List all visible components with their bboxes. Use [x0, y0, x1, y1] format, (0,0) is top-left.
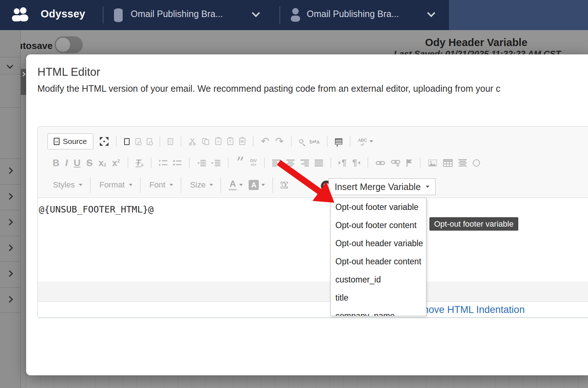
nav-divider	[279, 7, 280, 24]
font-dropdown[interactable]: Font	[148, 180, 173, 190]
chevron-right-icon	[6, 270, 13, 277]
spellcheck-icon[interactable]: ABC	[358, 138, 373, 145]
print-icon[interactable]	[168, 138, 173, 145]
page-break-icon[interactable]	[458, 159, 467, 166]
redo-icon[interactable]: ↷	[275, 136, 283, 146]
styles-dropdown[interactable]: Styles	[52, 180, 82, 190]
merge-button-label: Insert Merge Variable	[335, 182, 421, 192]
copy-icon[interactable]	[202, 138, 209, 145]
sidebar-section-toggle[interactable]	[0, 287, 21, 313]
people-icon	[11, 7, 29, 24]
top-nav-bar: Odyssey Omail Publishing Bra... Omail Pu…	[0, 0, 588, 30]
new-page-icon[interactable]	[124, 138, 130, 145]
source-button[interactable]: ‹› Source	[48, 133, 93, 149]
div-container-icon[interactable]: DIV</>	[250, 159, 257, 167]
table-icon[interactable]	[443, 159, 453, 167]
modal-title: HTML Editor	[37, 66, 100, 79]
increase-indent-icon[interactable]	[212, 160, 220, 166]
sidebar-chevron-down-icon[interactable]	[7, 62, 13, 69]
underline-icon[interactable]: U	[74, 157, 81, 169]
text-direction-rtl-icon[interactable]: ¶	[352, 158, 360, 168]
anchor-flag-icon[interactable]	[406, 159, 412, 167]
chevron-right-icon	[6, 219, 13, 225]
sidebar-section-toggle[interactable]	[0, 210, 21, 236]
menu-item-opt-out-footer-variable[interactable]: Opt-out footer variable	[331, 198, 426, 216]
paste-from-word-icon[interactable]: W	[239, 138, 245, 145]
menu-item-customer-id[interactable]: customer_id	[331, 271, 426, 289]
workspace-chevron-down-icon[interactable]	[252, 9, 260, 17]
sidebar-section-toggle[interactable]	[0, 158, 21, 184]
modal-description: Modify the HTML version of your email. W…	[37, 83, 501, 94]
chevron-right-icon	[6, 167, 13, 174]
decrease-indent-icon[interactable]	[197, 160, 206, 166]
bold-icon[interactable]: B	[53, 157, 60, 169]
background-color-button[interactable]: A	[249, 180, 265, 190]
spellcheck-caret-icon	[369, 140, 373, 143]
templates-icon[interactable]	[135, 138, 141, 145]
numbered-list-icon[interactable]	[159, 160, 167, 166]
format-dropdown[interactable]: Format	[98, 180, 132, 190]
menu-item-title[interactable]: title	[331, 289, 426, 307]
page-title: Ody Header Variable	[385, 37, 567, 49]
merge-caret-icon	[426, 186, 429, 188]
italic-icon[interactable]: I	[65, 157, 68, 169]
dimmed-table-grid	[26, 375, 588, 388]
strikethrough-icon[interactable]: S	[86, 157, 93, 169]
maximize-icon[interactable]	[100, 137, 109, 146]
workspace-menu[interactable]: Omail Publishing Bra...	[131, 9, 223, 19]
select-all-icon[interactable]	[335, 139, 342, 145]
paste-icon[interactable]: ≡	[215, 138, 221, 145]
menu-item-opt-out-header-content[interactable]: Opt-out header content	[331, 252, 426, 271]
merge-variable-menu: Opt-out footer variable Opt-out footer c…	[330, 198, 426, 316]
sidebar-divider	[0, 57, 21, 57]
menu-item-opt-out-footer-content[interactable]: Opt-out footer content	[331, 216, 426, 234]
tooltip: Opt-out footer variable	[429, 217, 518, 231]
image-icon[interactable]	[428, 159, 437, 167]
toggle-knob	[56, 38, 70, 52]
chevron-right-icon	[21, 72, 25, 77]
unlink-icon[interactable]	[391, 160, 400, 166]
size-dropdown[interactable]: Size	[189, 180, 213, 190]
red-annotation-arrow	[269, 156, 341, 209]
app-brand: Odyssey	[41, 8, 85, 20]
source-label: Source	[63, 137, 87, 146]
sidebar-divider	[0, 74, 21, 74]
find-icon[interactable]	[299, 139, 303, 144]
source-editing-area[interactable]: @{UNSUB_FOOTER_HTML}@	[38, 198, 588, 281]
chevron-right-icon	[6, 244, 13, 251]
database-icon	[113, 8, 123, 24]
sidebar-section-toggle[interactable]	[0, 236, 21, 261]
autosave-toggle[interactable]	[54, 36, 83, 53]
superscript-icon[interactable]: x2	[112, 157, 120, 169]
undo-icon[interactable]: ↶	[261, 136, 269, 146]
html-editor-modal: HTML Editor Modify the HTML version of y…	[26, 54, 588, 375]
bulleted-list-icon[interactable]	[173, 160, 181, 166]
toolbar-row-1: ‹› Source ≡ T	[38, 131, 588, 152]
subscript-icon[interactable]: x2	[98, 157, 106, 169]
replace-icon[interactable]: b⇄a	[309, 139, 319, 145]
chevron-right-icon	[6, 193, 13, 199]
menu-item-company-name[interactable]: company_name	[331, 307, 426, 316]
collapsed-sidebar	[0, 30, 21, 388]
text-color-button[interactable]: A	[229, 179, 243, 190]
remove-format-icon[interactable]: Tx	[136, 158, 144, 168]
paste-as-text-icon[interactable]: T	[227, 138, 233, 145]
menu-item-opt-out-header-variable[interactable]: Opt-out header variable	[331, 234, 426, 252]
chevron-right-icon	[6, 296, 13, 302]
preview-icon[interactable]	[147, 138, 152, 145]
editor-content-text: @{UNSUB_FOOTER_HTML}@	[39, 204, 154, 215]
nav-right-section	[449, 0, 588, 30]
nav-divider	[103, 7, 103, 24]
insert-merge-variable-button[interactable]: Insert Merge Variable	[328, 178, 436, 195]
sidebar-section-toggle[interactable]	[0, 184, 21, 210]
blockquote-icon[interactable]: ”	[236, 159, 244, 166]
editor-footer-row: Remove HTML Indentation	[38, 302, 588, 318]
source-icon: ‹›	[54, 138, 60, 145]
smiley-icon[interactable]	[473, 159, 480, 167]
account-chevron-down-icon[interactable]	[427, 9, 436, 17]
cut-icon[interactable]	[189, 138, 196, 145]
link-icon[interactable]	[376, 160, 385, 166]
sidebar-section-toggle[interactable]	[0, 261, 21, 287]
person-icon	[290, 7, 301, 24]
account-menu[interactable]: Omail Publishing Bra...	[307, 9, 399, 19]
